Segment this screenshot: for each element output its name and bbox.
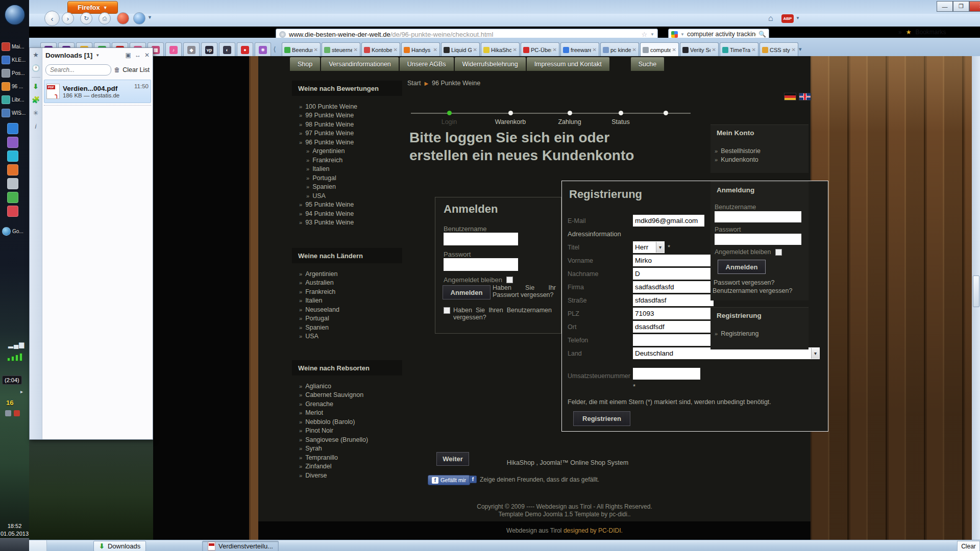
remember-checkbox[interactable] xyxy=(506,277,513,283)
site-nav-button[interactable]: Unsere AGBs xyxy=(400,57,454,71)
sidebar-login-button[interactable]: Anmelden xyxy=(718,260,766,274)
sidebar-item[interactable]: Australien xyxy=(292,279,402,288)
search-input[interactable]: computer activity tracking xyxy=(687,31,756,38)
desktop-shortcut[interactable]: 96 ... xyxy=(2,80,28,93)
browser-tab[interactable]: steuerne... ✕ xyxy=(322,42,360,57)
dock-icon[interactable]: ▣ xyxy=(126,52,131,59)
mouse-icon[interactable] xyxy=(5,410,11,416)
tab-scroll-left-icon[interactable]: ⟨ xyxy=(270,42,279,56)
desktop-shortcut[interactable] xyxy=(7,149,22,163)
bookmarks-star-icon[interactable]: ★ xyxy=(32,51,40,59)
browser-tab[interactable]: TimeTra... ✕ xyxy=(720,42,758,57)
tab-close-icon[interactable]: ✕ xyxy=(473,47,477,53)
bookmark-star-icon[interactable]: ☆ xyxy=(641,31,647,38)
field-input[interactable]: mdkd96@gmail.com xyxy=(633,215,704,227)
home-icon[interactable]: ⌂ xyxy=(768,14,773,23)
field-input[interactable]: dsasdfsdf xyxy=(633,321,714,333)
browser-tab[interactable]: Kontobe... ✕ xyxy=(361,42,400,57)
sidebar-item[interactable]: Neuseeland xyxy=(292,305,402,314)
field-input[interactable]: sadfasdfasfd xyxy=(633,281,714,293)
remember-checkbox[interactable] xyxy=(775,249,782,256)
sidebar-item[interactable]: Argentinien xyxy=(292,147,402,156)
sidebar-item[interactable]: 93 Punkte Weine xyxy=(292,218,402,228)
sidebar-item[interactable]: Frankreich xyxy=(292,156,402,165)
sidebar-item[interactable]: Spanien xyxy=(292,183,402,192)
browser-tab[interactable]: compute... ✕ xyxy=(640,42,679,57)
field-input[interactable]: sfdasdfasf xyxy=(633,294,714,306)
tab-close-icon[interactable]: ✕ xyxy=(712,47,716,53)
desktop-shortcut[interactable]: Mai... xyxy=(2,40,28,53)
download-manager-icon[interactable] xyxy=(117,12,129,24)
download-item[interactable]: Verdien...004.pdf 186 KB — destatis.de 1… xyxy=(44,80,151,103)
desktop-shortcut[interactable]: Libr... xyxy=(2,93,28,106)
username-field[interactable] xyxy=(715,211,801,222)
username-field[interactable] xyxy=(444,233,518,245)
desktop-shortcut[interactable]: WIS... xyxy=(2,106,28,119)
taskbar-button-downloads[interactable]: ⬇ Downloads xyxy=(93,541,146,551)
password-field[interactable] xyxy=(444,258,518,271)
scrollbar-thumb[interactable] xyxy=(973,276,979,307)
browser-tab[interactable]: HikaSho... ✕ xyxy=(481,42,520,57)
history-clock-icon[interactable]: 🕐 xyxy=(32,64,40,72)
downloads-arrow-icon[interactable]: ⬇ xyxy=(32,82,40,91)
password-field[interactable] xyxy=(715,234,801,245)
account-link[interactable]: Kundenkonto xyxy=(715,155,761,164)
search-icon[interactable]: 🔍 xyxy=(758,31,766,38)
browser-tab[interactable]: PC-Über... ✕ xyxy=(521,42,559,57)
firefox-menu-button[interactable]: Firefox ▼ xyxy=(67,1,118,14)
sidebar-item[interactable]: 96 Punkte Weine xyxy=(292,138,402,147)
sidebar-item[interactable]: Sangiovese (Brunello) xyxy=(292,435,402,444)
sidebar-item[interactable]: 98 Punkte Weine xyxy=(292,120,402,129)
page-scrollbar[interactable] xyxy=(972,56,980,541)
sidebar-item[interactable]: Aglianico xyxy=(292,382,402,391)
search-engine-icon[interactable] xyxy=(671,31,678,38)
forward-button[interactable]: › xyxy=(62,12,74,24)
pinned-tab[interactable]: ● xyxy=(237,42,253,57)
bookmarks-overflow-icon[interactable]: » xyxy=(898,29,902,36)
desktop-shortcut-go[interactable]: Go... xyxy=(2,227,23,236)
login-button[interactable]: Anmelden xyxy=(443,285,491,299)
tab-close-icon[interactable]: ✕ xyxy=(354,47,358,53)
bookmarks-folder-label[interactable]: Bookmarks xyxy=(915,29,946,36)
site-nav-button[interactable]: Shop xyxy=(290,57,320,71)
sidebar-item[interactable]: Zinfandel xyxy=(292,462,402,471)
sidebar-item[interactable]: Tempranillo xyxy=(292,453,402,462)
pinned-tab[interactable]: ◆ xyxy=(183,42,200,57)
browser-tab[interactable]: pc kinde... ✕ xyxy=(600,42,639,57)
tab-close-icon[interactable]: ✕ xyxy=(672,47,676,53)
url-dropdown-icon[interactable]: ▼ xyxy=(650,32,654,37)
browser-tab[interactable]: CSS styli... ✕ xyxy=(760,42,798,57)
forgot-username-link[interactable]: Haben Sie Ihren Benutzernamen vergessen? xyxy=(453,307,552,321)
sidebar-item[interactable]: 97 Punkte Weine xyxy=(292,129,402,138)
desktop-shortcut[interactable] xyxy=(7,163,22,177)
tab-close-icon[interactable]: ✕ xyxy=(792,47,796,53)
facebook-like-button[interactable]: f Gefällt mir xyxy=(428,475,470,485)
tab-close-icon[interactable]: ✕ xyxy=(433,47,437,53)
browser-tab[interactable]: Verity Sc... ✕ xyxy=(680,42,719,57)
tab-close-icon[interactable]: ✕ xyxy=(553,47,557,53)
account-link[interactable]: Bestellhistorie xyxy=(715,146,761,155)
tab-close-icon[interactable]: ✕ xyxy=(513,47,517,53)
site-nav-button[interactable]: Impressum und Kontakt xyxy=(527,57,609,71)
sidebar-item[interactable]: Portugal xyxy=(292,173,402,183)
sidebar-item[interactable]: USA xyxy=(292,191,402,201)
sidebar-item[interactable]: Diverse xyxy=(292,471,402,480)
desktop-shortcut[interactable]: KLE... xyxy=(2,53,28,66)
app-orb-icon[interactable] xyxy=(133,12,145,24)
tab-close-icon[interactable]: ✕ xyxy=(314,47,318,53)
adblock-dropdown-icon[interactable]: ▼ xyxy=(796,16,800,20)
sidebar-item[interactable]: Nebbiolo (Barolo) xyxy=(292,417,402,427)
sidebar-item[interactable]: Grenache xyxy=(292,399,402,409)
browser-tab[interactable]: Beendun... ✕ xyxy=(282,42,321,57)
resize-icon[interactable]: ↔ xyxy=(135,52,141,59)
sidebar-item[interactable]: Frankreich xyxy=(292,287,402,296)
toolbar-dropdown-icon[interactable]: ▼ xyxy=(148,15,152,20)
forgot-password-link[interactable]: Haben Sie Ihr Passwort vergessen? xyxy=(493,284,556,298)
taskbar-clear-button[interactable]: Clear xyxy=(957,541,980,551)
panel-close-icon[interactable]: ✕ xyxy=(144,52,150,59)
pinned-tab[interactable]: ✳ xyxy=(255,42,271,57)
tab-close-icon[interactable]: ✕ xyxy=(632,47,636,53)
desktop-shortcut[interactable] xyxy=(7,121,22,135)
sidebar-item[interactable]: Merlot xyxy=(292,409,402,418)
forgot-username-link[interactable]: Benutzernamen vergessen? xyxy=(713,287,792,294)
